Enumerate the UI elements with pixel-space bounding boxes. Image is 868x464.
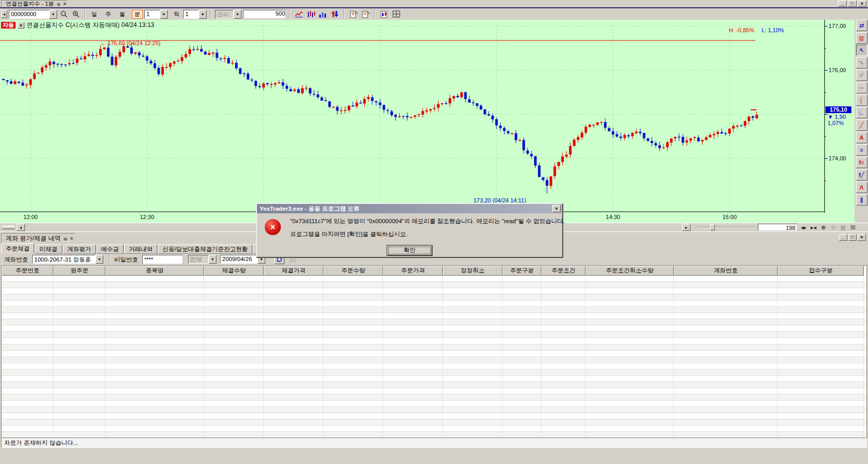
period-button-1[interactable]: 주 [103,10,113,19]
account-combo[interactable]: 1000-2067-31 정동훈 ▼ [32,255,103,264]
hatch-tool-icon[interactable]: ∥ [856,194,867,206]
trendline-tool-icon[interactable]: ╱ [856,119,867,131]
chart-canvas[interactable] [0,20,855,223]
period-button-0[interactable]: 일 [89,10,99,19]
period-minute-button[interactable]: 분 [132,10,143,19]
fibo-fan-icon[interactable]: f╱ [856,169,867,181]
cursor-icon[interactable]: ↖ [856,45,867,56]
minimize-button[interactable]: _ [838,1,847,7]
panel-maximize-button[interactable]: □ [848,234,857,241]
pattern-tool-icon[interactable]: Λ [856,182,867,193]
search-plus-icon[interactable] [71,9,81,19]
grid-view-icon[interactable]: ▦ [839,224,847,231]
column-header-7[interactable]: 정정취소 [443,266,503,276]
column-header-12[interactable]: 접수구분 [778,266,864,276]
panel-close-icon[interactable]: × [70,236,73,241]
splitter-grip[interactable] [2,226,15,229]
candlestick-chart[interactable]: 자동 × 연결선물지수 C(시스템 자동매매) 04/24 13:13 H: -… [0,20,855,223]
column-header-10[interactable]: 주문조건취소수량 [586,266,674,276]
maximize-button[interactable]: □ [848,1,857,7]
column-header-8[interactable]: 주문구분 [503,266,541,276]
scroll-right-icon[interactable]: ▸ [682,224,690,231]
column-header-11[interactable]: 계좌번호 [674,266,778,276]
updown-arrows-icon[interactable] [330,9,340,19]
panel-tab-1[interactable]: 미체결 [35,244,62,254]
chart-document-tab[interactable]: 연결선물지수 - 1분 ◉ × [1,0,72,7]
close-button[interactable]: × [858,1,866,7]
hline-tool-icon[interactable]: ─ [856,82,867,93]
account-value[interactable]: 1000-2067-31 정동훈 [32,255,96,264]
search-icon[interactable] [59,9,69,19]
error-dialog-titlebar[interactable]: YesTrader3.exe - 응용 프로그램 오류 [257,204,562,213]
compress-horizontal-icon[interactable]: ▸◂ [809,224,818,231]
period-tick-button[interactable]: 틱 [172,10,182,19]
levels-tool-icon[interactable]: ≡ [856,144,867,156]
close-box-icon[interactable]: ☒ [849,224,857,231]
bar-chart-icon[interactable] [306,9,316,19]
table-row [2,294,866,301]
period-button-2[interactable]: 월 [117,10,127,19]
zoom-slider-track[interactable] [695,227,756,228]
draw-edit-icon[interactable]: ✎ [856,57,867,69]
grid-layout-icon[interactable] [391,9,401,19]
table-row [2,426,866,432]
volume-chart-icon[interactable] [318,9,328,19]
password-input[interactable]: **** [142,255,183,264]
column-header-9[interactable]: 주문조건 [541,266,586,276]
line-chart-icon[interactable] [294,9,304,19]
column-header-1[interactable]: 원주문 [53,266,105,276]
panel-tab-0[interactable]: 주문체결 [1,243,34,254]
panel-title: 계좌 평가/체결 내역 [6,234,61,243]
bar-count-input[interactable]: 198 [758,224,797,231]
paste-page-icon[interactable]: R [360,9,371,19]
panel-tab-4[interactable]: 거래내역 [124,244,157,254]
column-header-0[interactable]: 주문번호 [2,266,53,276]
scroll-left-icon[interactable]: ◂ [17,224,25,231]
copy-page-icon[interactable]: B [348,9,359,19]
tick-value[interactable]: 1 [183,10,199,19]
zoom-out-icon[interactable]: ⊖ [829,224,837,231]
panel-tab-3[interactable]: 예수금 [97,244,124,254]
column-header-3[interactable]: 체결수량 [204,266,264,276]
chart-close-icon[interactable]: × [18,22,24,29]
panel-title-tab[interactable]: 계좌 평가/체결 내역 ◉ × [1,233,80,243]
tick-dropdown-icon[interactable]: ▼ [199,10,207,19]
symbol-combo[interactable]: 00000000 ▼ [9,10,57,19]
text-tool-icon[interactable]: A [856,132,867,143]
expand-horizontal-icon[interactable]: ◂▸ [799,224,808,231]
pin-icon[interactable]: ◉ [63,236,67,241]
count-dropdown-icon[interactable]: ▼ [234,10,241,19]
tab-close-icon[interactable]: × [63,1,66,7]
panel-tab-5[interactable]: 신용/담보대출체결기준잔고현황 [158,244,252,254]
minute-combo[interactable]: 1 ▼ [144,10,168,19]
fibo-levels-icon[interactable]: f≡ [856,157,867,168]
error-dialog-close-icon[interactable]: × [552,205,561,212]
chart-frame-icon[interactable]: ▥ [856,32,867,44]
column-header-4[interactable]: 체결가격 [264,266,323,276]
column-header-5[interactable]: 주문수량 [323,266,383,276]
count-input[interactable]: 500 [243,10,286,19]
minute-dropdown-icon[interactable]: ▼ [160,10,168,19]
corner-tool-icon[interactable]: ∟ [856,107,867,118]
zoom-in-icon[interactable]: ⊕ [819,224,828,231]
symbol-input[interactable]: 00000000 [9,10,49,19]
refresh-icon[interactable]: ⇄ [856,20,867,31]
account-dropdown-icon[interactable]: ▼ [96,255,103,264]
zoom-slider-thumb[interactable] [710,224,715,230]
date-value[interactable]: 2009/04/26 [220,255,257,264]
tick-combo[interactable]: 1 ▼ [183,10,207,19]
pin-icon[interactable]: ◉ [57,2,61,7]
column-header-2[interactable]: 종목명 [105,266,204,276]
current-price-badge: 175,10 [825,106,851,113]
minute-value[interactable]: 1 [144,10,160,19]
nav-back-icon[interactable]: ◂ [1,10,7,18]
ok-button[interactable]: 확인 [387,245,432,256]
panel-close-button[interactable]: × [858,234,866,241]
panel-tab-2[interactable]: 계좌평가 [63,244,96,254]
draw-edit2-icon[interactable]: ✐ [856,70,867,81]
column-header-6[interactable]: 주문가격 [383,266,443,276]
candle-page-icon[interactable] [379,9,389,19]
vline-tool-icon[interactable]: │ [856,94,867,106]
symbol-dropdown-icon[interactable]: ▼ [49,10,57,19]
panel-minimize-button[interactable]: _ [839,234,847,241]
